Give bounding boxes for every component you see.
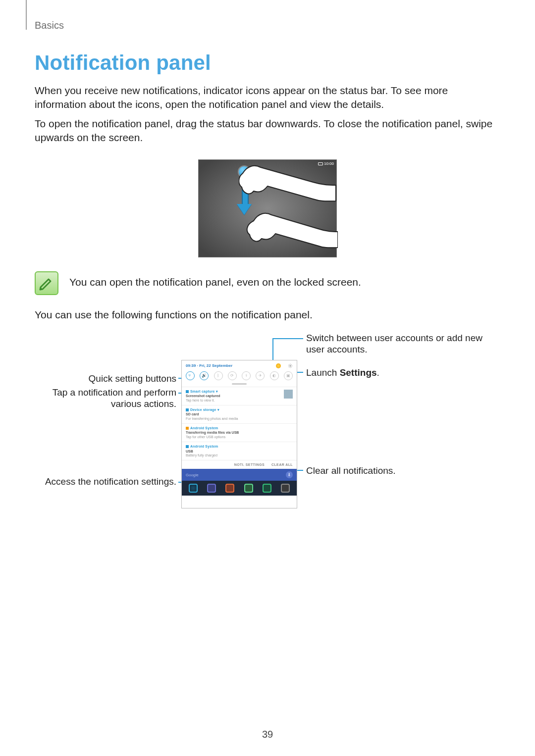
sync-icon: ▣	[284, 371, 293, 380]
svg-point-0	[290, 365, 291, 366]
noti-settings-label: NOTI. SETTINGS	[234, 463, 265, 466]
list-item: Smart capture ▾ Screenshot captured Tap …	[182, 387, 297, 405]
callout-access-settings: Access the notification settings.	[35, 476, 176, 488]
panel-datetime: 09:39 · Fri, 22 September	[186, 363, 232, 368]
page-number: 39	[0, 729, 535, 740]
intro-paragraph-1: When you receive new notifications, indi…	[35, 84, 500, 112]
search-placeholder: Google	[186, 473, 199, 477]
play-store-icon	[244, 484, 253, 493]
user-avatar-icon	[276, 363, 281, 368]
rotate-icon: ⟳	[228, 371, 237, 380]
apps-grid-icon	[281, 484, 290, 493]
gear-icon	[288, 363, 293, 368]
callout-clear-all: Clear all notifications.	[306, 465, 494, 477]
bluetooth-icon: ᛒ	[214, 371, 223, 380]
flashlight-icon: ⚕	[242, 371, 251, 380]
home-dock	[182, 481, 297, 496]
hand-gesture-icon	[239, 162, 338, 256]
note-icon	[35, 271, 58, 295]
download-icon: ⬇	[286, 471, 293, 478]
annotated-figure: Quick setting buttons Tap a notification…	[35, 332, 500, 520]
wifi-icon: ᯤ	[186, 371, 195, 380]
page-title: Notification panel	[35, 51, 500, 75]
callout-quick-settings: Quick setting buttons	[35, 373, 176, 385]
section-label: Basics	[35, 20, 500, 31]
app-icon	[189, 484, 198, 493]
intro-paragraph-3: You can use the following functions on t…	[35, 308, 500, 322]
callout-tap-notification: Tap a notification and perform various a…	[35, 387, 176, 410]
list-item: Android System Transferring media files …	[182, 423, 297, 442]
intro-paragraph-2: To open the notification panel, drag the…	[35, 117, 500, 145]
bluelight-icon: ◐	[270, 371, 279, 380]
phone-mock: 09:39 · Fri, 22 September ᯤ 🔊 ᛒ ⟳ ⚕ ✈ ◐ …	[181, 360, 297, 508]
list-item: Device storage ▾ SD card For transferrin…	[182, 405, 297, 423]
sound-icon: 🔊	[200, 371, 209, 380]
list-item: Android System USB Battery fully charged	[182, 442, 297, 460]
app-icon	[263, 484, 271, 493]
note-text: You can open the notification panel, eve…	[69, 275, 361, 289]
callout-launch-settings: Launch Settings.	[306, 367, 494, 379]
airplane-icon: ✈	[256, 371, 265, 380]
clear-all-label: CLEAR ALL	[271, 463, 293, 466]
page-tab-rule	[26, 0, 27, 30]
camera-icon	[207, 484, 216, 493]
figure-swipe-down: 10:00	[35, 159, 500, 257]
quick-settings-row: ᯤ 🔊 ᛒ ⟳ ⚕ ✈ ◐ ▣	[182, 369, 297, 383]
note-block: You can open the notification panel, eve…	[35, 271, 500, 295]
drag-handle-icon	[232, 383, 247, 385]
app-icon	[225, 484, 234, 493]
callout-switch-users: Switch between user accounts or add new …	[306, 332, 494, 356]
figure-status-bar: 10:00	[318, 161, 334, 166]
